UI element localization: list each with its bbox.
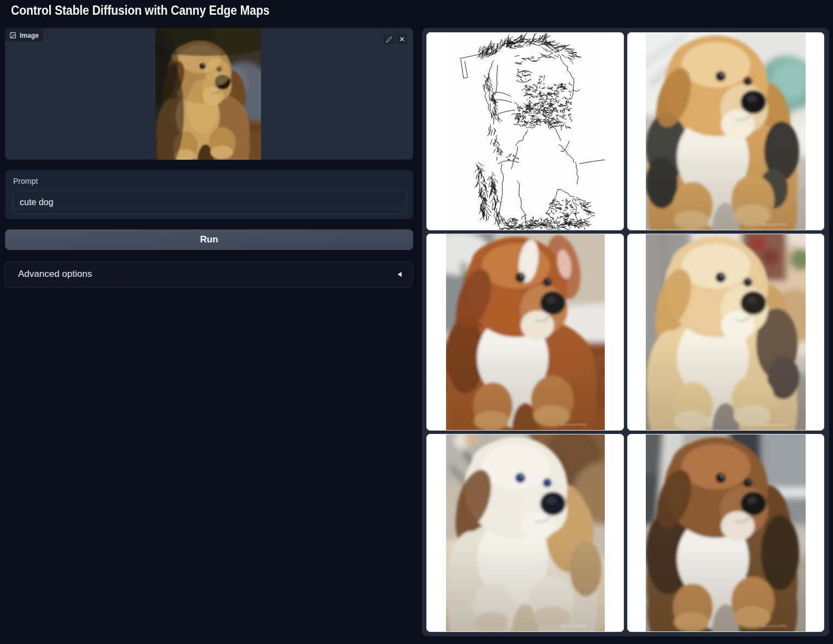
svg-text:@puppy.daily: @puppy.daily: [560, 623, 586, 628]
svg-text:@puppy.daily: @puppy.daily: [761, 222, 787, 227]
svg-text:@puppy.daily: @puppy.daily: [560, 422, 586, 427]
svg-text:@puppy.daily: @puppy.daily: [761, 623, 787, 628]
svg-text:@puppy.daily: @puppy.daily: [761, 422, 787, 427]
